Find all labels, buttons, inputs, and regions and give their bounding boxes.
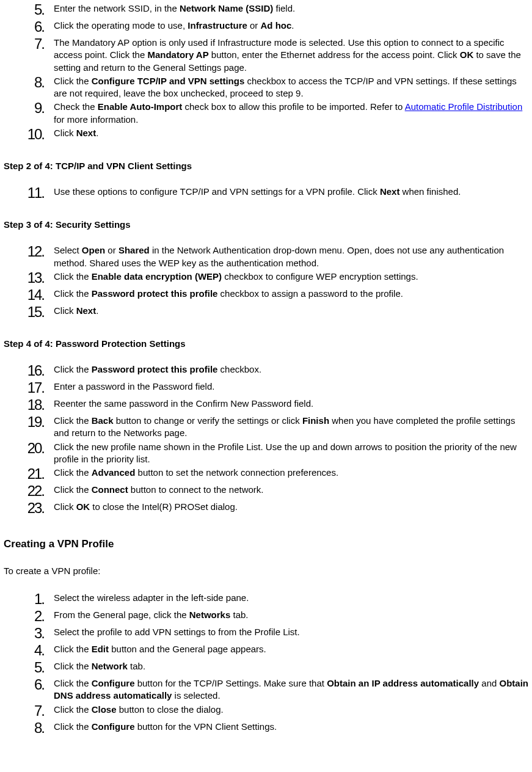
text: Reenter the same password in the Confirm… <box>54 398 313 409</box>
list-item-number: 19 <box>11 412 44 432</box>
list-item: 3Select the profile to add VPN settings … <box>4 626 528 642</box>
step-list-4: 16Click the Password protect this profil… <box>4 363 528 517</box>
list-item: 20Click the new profile name shown in th… <box>4 441 528 466</box>
text: when finished. <box>399 186 461 197</box>
text: and <box>479 678 499 688</box>
bold-text: Back <box>92 415 114 426</box>
bold-text: Next <box>76 128 97 138</box>
list-item-number: 15 <box>11 302 44 322</box>
list-item: 1Select the wireless adapter in the left… <box>4 592 528 608</box>
list-item-body: Click the Advanced button to set the net… <box>54 467 528 479</box>
bold-text: Edit <box>92 644 109 654</box>
list-item-body: Click the Configure TCP/IP and VPN setti… <box>54 75 528 100</box>
step-list-2: 11Use these options to configure TCP/IP … <box>4 186 528 202</box>
text: Enter the network SSID, in the <box>54 3 180 13</box>
bold-text: Next <box>76 305 97 316</box>
list-item: 7The Mandatory AP option is only used if… <box>4 37 528 74</box>
text: Click the <box>54 721 92 732</box>
text: button to change or verify the settings … <box>114 415 302 426</box>
list-item-number: 8 <box>11 718 44 738</box>
text: tab. <box>128 661 145 671</box>
list-item: 13Click the Enable data encryption (WEP)… <box>4 271 528 286</box>
bold-text: OK <box>76 501 90 512</box>
text: or <box>247 20 261 31</box>
text: button, enter the Ethernet address for t… <box>209 49 460 60</box>
list-item: 12Select Open or Shared in the Network A… <box>4 244 528 269</box>
text: checkbox to configure WEP encryption set… <box>222 271 418 282</box>
text: button to close the dialog. <box>117 704 224 715</box>
list-item-body: Click the Configure button for the VPN C… <box>54 721 528 733</box>
bold-text: Connect <box>92 484 128 495</box>
list-item-body: Click the Password protect this profile … <box>54 288 528 300</box>
text: Select the wireless adapter in the left-… <box>54 592 249 603</box>
list-item-body: Enter the network SSID, in the Network N… <box>54 2 528 15</box>
list-item-body: Click the Password protect this profile … <box>54 363 528 376</box>
text: Click the <box>54 364 92 374</box>
list-item-body: Check the Enable Auto-Import check box t… <box>54 101 528 126</box>
bold-text: Open <box>82 245 105 255</box>
list-item: 11Use these options to configure TCP/IP … <box>4 186 528 202</box>
list-item: 23Click OK to close the Intel(R) PROSet … <box>4 501 528 517</box>
bold-text: Network <box>92 661 128 671</box>
text: field. <box>273 3 295 13</box>
list-item-number: 8 <box>11 73 44 92</box>
text: Use these options to configure TCP/IP an… <box>54 186 380 197</box>
list-item: 15Click Next. <box>4 305 528 321</box>
list-item: 10Click Next. <box>4 127 528 143</box>
list-item: 5Enter the network SSID, in the Network … <box>4 2 528 18</box>
list-item-number: 12 <box>11 242 44 261</box>
list-item-number: 9 <box>11 98 44 118</box>
bold-text: Next <box>380 186 400 197</box>
text: Click the operating mode to use, <box>54 20 188 31</box>
bold-text: Configure TCP/IP and VPN settings <box>92 76 245 86</box>
bold-text: OK <box>460 49 474 60</box>
list-item-body: Click Next. <box>54 127 528 139</box>
list-item: 18Reenter the same password in the Confi… <box>4 398 528 413</box>
list-item-body: Click the operating mode to use, Infrast… <box>54 20 528 32</box>
text: Click <box>54 128 76 138</box>
list-item: 5Click the Network tab. <box>4 660 528 676</box>
text: Check the <box>54 101 98 112</box>
bold-text: Password protect this profile <box>92 288 218 299</box>
list-item: 17Enter a password in the Password field… <box>4 381 528 396</box>
bold-text: Networks <box>189 610 231 620</box>
step-list-1: 5Enter the network SSID, in the Network … <box>4 2 528 143</box>
list-item-body: Click the Close button to close the dial… <box>54 704 528 716</box>
text: button for the TCP/IP Settings. Make sur… <box>135 678 327 688</box>
list-item-body: Click OK to close the Intel(R) PROSet di… <box>54 501 528 513</box>
text: tab. <box>230 610 248 620</box>
text: Click the <box>54 271 92 282</box>
text: checkbox to assign a password to the pro… <box>217 288 403 299</box>
bold-text: Ad hoc <box>261 20 292 31</box>
text: Click <box>54 501 76 512</box>
list-item-body: Select Open or Shared in the Network Aut… <box>54 244 528 269</box>
creating-vpn-profile-heading: Creating a VPN Profile <box>4 537 528 552</box>
bold-text: Infrastructure <box>188 20 247 31</box>
text: . <box>291 20 294 31</box>
list-item: 8Click the Configure TCP/IP and VPN sett… <box>4 75 528 100</box>
text: for more information. <box>54 114 138 125</box>
bold-text: Shared <box>118 245 150 255</box>
text: button to connect to the network. <box>128 484 264 495</box>
bold-text: Configure <box>92 678 135 688</box>
bold-text: Advanced <box>92 467 136 478</box>
text: Click the new profile name shown in the … <box>54 442 517 464</box>
list-item-body: Click the Back button to change or verif… <box>54 415 528 440</box>
list-item-number: 10 <box>11 125 44 144</box>
list-item-body: From the General page, click the Network… <box>54 609 528 621</box>
list-item: 6Click the operating mode to use, Infras… <box>4 20 528 35</box>
list-item-body: Click the Connect button to connect to t… <box>54 484 528 496</box>
bold-text: Mandatory AP <box>147 49 208 60</box>
text: Click the <box>54 467 92 478</box>
bold-text: Obtain an IP address automatically <box>327 678 479 688</box>
list-item-number: 11 <box>11 183 44 203</box>
list-item-number: 23 <box>11 498 44 518</box>
text: Click the <box>54 661 92 671</box>
link-automatic-profile-distribution[interactable]: Automatic Profile Distribution <box>405 101 523 112</box>
text: Click the <box>54 644 92 654</box>
list-item-body: Click the Configure button for the TCP/I… <box>54 677 528 702</box>
text: check box to allow this profile to be im… <box>182 101 404 112</box>
list-item: 14Click the Password protect this profil… <box>4 288 528 304</box>
list-item-body: Click Next. <box>54 305 528 317</box>
step-list-3: 12Select Open or Shared in the Network A… <box>4 244 528 321</box>
